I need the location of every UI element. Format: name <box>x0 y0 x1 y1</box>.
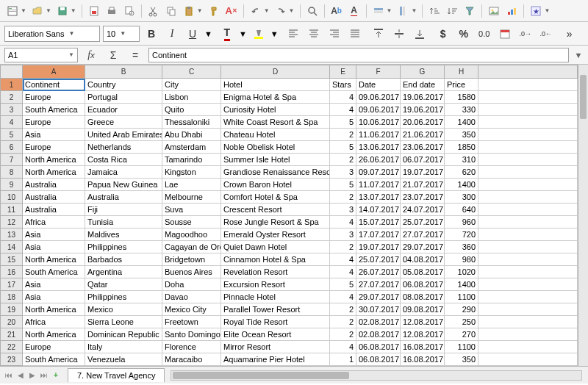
dropdown-arrow-icon[interactable]: ▼ <box>264 7 270 14</box>
cell[interactable]: Buenos Aires <box>162 266 221 278</box>
scroll-thumb[interactable] <box>173 372 349 379</box>
cell[interactable]: 24.07.2017 <box>401 204 445 216</box>
cell[interactable] <box>478 129 578 141</box>
insert-image-icon[interactable] <box>486 3 502 19</box>
column-header[interactable]: H <box>445 65 478 79</box>
cell[interactable]: North America <box>23 303 85 316</box>
cell[interactable]: 4 <box>330 253 356 266</box>
cell[interactable]: Asia <box>23 229 85 241</box>
cell[interactable]: Costa Rica <box>85 154 162 166</box>
row-header[interactable]: 7 <box>1 154 23 166</box>
dropdown-arrow-icon[interactable]: ▼ <box>387 7 392 14</box>
cut-icon[interactable] <box>146 3 162 19</box>
cell[interactable]: Portugal <box>85 91 162 104</box>
cell[interactable] <box>478 241 578 253</box>
highlight-icon[interactable] <box>250 26 268 42</box>
cell[interactable]: Australia <box>85 191 162 204</box>
font-size-combo[interactable]: 10▼ <box>103 26 140 42</box>
open-icon[interactable] <box>29 3 46 19</box>
row-header[interactable]: 10 <box>1 191 23 204</box>
remove-decimal-icon[interactable]: .0← <box>537 26 555 42</box>
cell[interactable]: Australia <box>23 179 85 191</box>
cell[interactable]: Santo Domingo <box>162 328 221 341</box>
cell[interactable]: 1100 <box>445 291 478 303</box>
cell[interactable]: Greece <box>85 116 162 129</box>
cell[interactable]: Curiosity Hotel <box>221 104 330 116</box>
cell[interactable]: South America <box>23 353 85 366</box>
row-header[interactable]: 22 <box>1 341 23 353</box>
column-header[interactable]: G <box>401 65 445 79</box>
column-header[interactable]: B <box>85 65 162 79</box>
cell[interactable]: 16.08.2017 <box>401 341 445 353</box>
cell[interactable]: Asia <box>23 129 85 141</box>
number-icon[interactable]: 0.0 <box>476 26 493 42</box>
cell[interactable]: Noble Obelisk Hotel <box>221 141 330 154</box>
cell[interactable]: City <box>162 79 221 91</box>
cell[interactable]: 16.08.2017 <box>401 353 445 366</box>
dropdown-arrow-icon[interactable]: ▼ <box>270 29 279 38</box>
cell[interactable] <box>478 366 578 367</box>
sum-icon[interactable]: Σ <box>104 47 122 63</box>
cell[interactable]: 350 <box>445 129 478 141</box>
cell[interactable]: Hotel <box>221 79 330 91</box>
print-icon[interactable] <box>104 3 120 19</box>
cell[interactable]: Summer Isle Hotel <box>221 154 330 166</box>
cell[interactable] <box>478 191 578 204</box>
cell[interactable]: 26.07.2017 <box>356 266 401 278</box>
cell[interactable]: 5 <box>330 116 356 129</box>
function-wizard-icon[interactable]: fx <box>82 47 100 63</box>
cell[interactable]: North America <box>23 366 85 367</box>
insert-special-icon[interactable]: ★ <box>528 3 544 19</box>
cell[interactable]: 05.08.2017 <box>401 266 445 278</box>
cell[interactable]: 290 <box>445 303 478 316</box>
cell[interactable] <box>478 253 578 266</box>
cell[interactable]: Barbados <box>85 253 162 266</box>
cell[interactable] <box>478 79 578 91</box>
cell[interactable]: Quito <box>162 104 221 116</box>
cell[interactable]: Ecuador <box>85 104 162 116</box>
cell[interactable]: Melbourne <box>162 191 221 204</box>
cell[interactable]: Abu Dhabi <box>162 129 221 141</box>
cell[interactable]: Excursion Resort <box>221 278 330 291</box>
sheet-tab[interactable]: 7. New Travel Agency <box>68 368 165 382</box>
cell[interactable]: Revelation Resort <box>221 266 330 278</box>
cell[interactable]: Bridgetown <box>162 253 221 266</box>
cell[interactable]: Mexico City <box>162 303 221 316</box>
cell[interactable] <box>478 353 578 366</box>
row-header[interactable]: 16 <box>1 266 23 278</box>
row-header[interactable]: 18 <box>1 291 23 303</box>
row-header[interactable]: 13 <box>1 229 23 241</box>
cell[interactable]: 2 <box>330 303 356 316</box>
cell[interactable]: Stars <box>330 79 356 91</box>
cell[interactable]: 4 <box>330 341 356 353</box>
cell[interactable]: Enigma Hotel & Spa <box>221 91 330 104</box>
cell[interactable]: Africa <box>23 216 85 229</box>
cell[interactable]: 1 <box>330 353 356 366</box>
cell[interactable]: 27.07.2017 <box>401 229 445 241</box>
name-box[interactable]: A1▼ <box>4 48 78 62</box>
cell[interactable]: South America <box>23 104 85 116</box>
cell[interactable]: 09.07.2017 <box>356 166 401 179</box>
dropdown-arrow-icon[interactable]: ▼ <box>239 29 247 38</box>
cell[interactable]: Country <box>85 79 162 91</box>
valign-bottom-icon[interactable] <box>411 26 429 42</box>
cell[interactable]: 2 <box>330 328 356 341</box>
cell[interactable]: Punta Cana <box>162 366 221 367</box>
cell[interactable]: 2 <box>330 316 356 328</box>
dropdown-arrow-icon[interactable]: ▼ <box>197 7 203 14</box>
cell[interactable] <box>478 291 578 303</box>
cell[interactable]: 1100 <box>445 341 478 353</box>
cell[interactable] <box>478 341 578 353</box>
cell[interactable]: Royal Tide Resort <box>221 316 330 328</box>
cell[interactable]: 2 <box>330 191 356 204</box>
row-header[interactable]: 12 <box>1 216 23 229</box>
cell[interactable]: Magoodhoo <box>162 229 221 241</box>
cell[interactable]: 06.08.2017 <box>356 341 401 353</box>
tab-add-icon[interactable]: + <box>50 371 62 379</box>
cell[interactable]: 3 <box>330 166 356 179</box>
cell[interactable]: Philippines <box>85 241 162 253</box>
cell[interactable]: 13.07.2017 <box>356 191 401 204</box>
cell[interactable]: 26.06.2017 <box>356 154 401 166</box>
row-header[interactable]: 19 <box>1 303 23 316</box>
formula-input[interactable]: Continent <box>148 48 569 62</box>
